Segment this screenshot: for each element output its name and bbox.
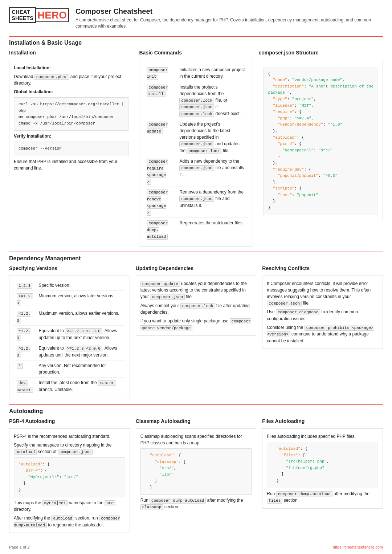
updating-p3: If you want to update only single packag…: [140, 318, 252, 331]
table-row: composerupdate Updates the project's dep…: [144, 119, 248, 156]
psr4-col-title: PSR-4 Autoloading: [9, 418, 130, 425]
cmd-init-desc: Initializes a new composer project in th…: [176, 65, 248, 82]
classmap-card: Classmap autoloading scans specified dir…: [136, 428, 257, 515]
cmd-init: composerinit: [147, 67, 168, 80]
cmd-require-desc: Adds a new dependency to the composer.js…: [176, 156, 248, 187]
conflicts-p3: Consider using the composer prohibits <p…: [267, 324, 378, 344]
code-master: master: [98, 380, 116, 386]
files-code: "autoload": { "files": [ "src/helpers.ph…: [267, 442, 378, 488]
ver-caret: ^1.2.3: [17, 346, 30, 358]
footer-link[interactable]: https://cheatsheetshero.com: [333, 545, 383, 549]
table-row: >=1.2.3 Minimum version, allows later ve…: [14, 291, 125, 308]
code-composer-json2: composer.json: [179, 141, 214, 147]
psr4-p3: This maps the MyProject namespace to the…: [14, 500, 125, 513]
basic-commands-col: Basic Commands composerinit Initializes …: [139, 50, 253, 247]
composer-json-col-title: composer.json Structure: [259, 50, 383, 57]
updating-deps-col-title: Updating Dependencies: [136, 265, 257, 273]
installation-col: Installation Local Installation: Downloa…: [9, 50, 133, 247]
code-composer-diagnose: composer diagnose: [276, 309, 320, 315]
cmd-dump-autoload: composerdump-autoload: [147, 220, 168, 240]
ver-tilde-desc: Equivalent to >=1.2.3 <1.3.0. Allows upd…: [36, 326, 125, 343]
files-p1: Files autoloading includes specified PHP…: [267, 433, 378, 440]
ver-tilde: ~1.2.3: [17, 328, 30, 341]
classmap-col-title: Classmap Autoloading: [136, 418, 257, 425]
logo-cheat: CHEAT: [12, 9, 33, 15]
installation-section-title: Installation & Basic Usage: [9, 36, 383, 46]
code-composer-lock: composer.lock: [179, 98, 214, 103]
specifying-versions-col: Specifying Versions 1.2.3 Specific versi…: [9, 265, 130, 400]
ver-wildcard-desc: Any version. Not recommended for product…: [36, 360, 125, 378]
psr4-p1: PSR-4 is the recommended autoloading sta…: [14, 433, 125, 440]
composer-json-card: { "name": "vendor/package-name", "descri…: [259, 60, 383, 222]
ver-gte-desc: Minimum version, allows later versions.: [36, 291, 125, 308]
code-prohibits: composer prohibits <package><version>: [267, 325, 373, 338]
installation-card: Local Installation: Download composer.ph…: [9, 60, 133, 176]
logo-hero: HERO: [36, 8, 69, 22]
ver-exact-desc: Specific version.: [36, 280, 125, 291]
header-info: Composer Cheatsheet A comprehensive chea…: [75, 7, 383, 29]
page-header: CHEAT SHEETS HERO Composer Cheatsheet A …: [9, 7, 383, 29]
dependency-section-title: Dependency Management: [9, 252, 383, 262]
code-composer-lock4: composer.lock: [180, 303, 215, 309]
table-row: composerinit Initializes a new composer …: [144, 65, 248, 82]
code-composer-json5: composer.json: [150, 294, 185, 300]
logo: CHEAT SHEETS HERO: [9, 7, 69, 23]
ver-gte: >=1.2.3: [17, 293, 33, 306]
ver-lt-desc: Maximum version, allows earlier versions…: [36, 308, 125, 326]
ver-caret-desc: Equivalent to >=1.2.3 <2.0.0. Allows upd…: [36, 343, 125, 360]
updating-p1: composer update updates your dependencie…: [140, 280, 252, 300]
code-composer-json7: composer.json: [58, 449, 93, 455]
code-dump-autoload2: composer dump-autoload: [150, 498, 206, 504]
conflicts-p1: If Composer encounters conflicts, it wil…: [267, 280, 378, 307]
logo-sheets: SHEETS: [12, 15, 33, 21]
cmd-remove-desc: Removes a dependency from the composer.j…: [176, 187, 248, 218]
code-caret-range: >=1.2.3 <2.0.0: [65, 346, 102, 351]
composer-json-col: composer.json Structure { "name": "vendo…: [259, 50, 383, 247]
ver-lt: <1.2.3: [17, 311, 30, 323]
files-card: Files autoloading includes specified PHP…: [262, 428, 383, 509]
installation-columns: Installation Local Installation: Downloa…: [9, 50, 383, 247]
specifying-versions-col-title: Specifying Versions: [9, 265, 130, 273]
basic-commands-col-title: Basic Commands: [139, 50, 253, 57]
table-row: dev-master Install the latest code from …: [14, 378, 125, 395]
psr4-p2: Specify the namespace to directory mappi…: [14, 442, 125, 455]
table-row: composerremove<package> Removes a depend…: [144, 187, 248, 218]
resolving-conflicts-col-title: Resolving Conflicts: [262, 265, 383, 273]
files-col: Files Autoloading Files autoloading incl…: [262, 418, 383, 533]
table-row: * Any version. Not recommended for produ…: [14, 360, 125, 378]
ver-dev: dev-master: [17, 380, 33, 393]
code-composer-json3: composer.json: [179, 165, 214, 171]
updating-deps-col: Updating Dependencies composer update up…: [136, 265, 257, 400]
versions-table: 1.2.3 Specific version. >=1.2.3 Minimum …: [14, 280, 125, 395]
ver-wildcard: *: [17, 363, 23, 369]
psr4-col: PSR-4 Autoloading PSR-4 is the recommend…: [9, 418, 130, 533]
global-install-code: curl -sS https://getcomposer.org/install…: [14, 97, 128, 131]
page-number: Page 1 of 2: [9, 545, 29, 549]
verify-label: Verify Installation:: [14, 134, 51, 139]
autoloading-section-title: Autoloading: [9, 404, 383, 415]
autoloading-columns: PSR-4 Autoloading PSR-4 is the recommend…: [9, 418, 383, 533]
logo-left: CHEAT SHEETS: [9, 7, 36, 23]
code-composer-lock2: composer.lock: [179, 111, 214, 117]
conflicts-p2: Use composer diagnose to identify common…: [267, 309, 378, 322]
commands-table: composerinit Initializes a new composer …: [144, 65, 248, 242]
table-row: ~1.2.3 Equivalent to >=1.2.3 <1.3.0. All…: [14, 326, 125, 343]
table-row: composerdump-autoload Regenerates the au…: [144, 218, 248, 242]
local-install-desc: Download composer.phar and place it in y…: [14, 73, 128, 87]
cmd-install: composerinstall: [147, 85, 168, 97]
verify-text: Ensure that PHP is installed and accessi…: [14, 158, 128, 171]
page-footer: Page 1 of 2 https://cheatsheetshero.com: [9, 542, 383, 549]
cmd-remove: composerremove<package>: [147, 190, 168, 216]
code-classmap: classmap: [140, 504, 163, 510]
global-install-label: Global Installation:: [14, 89, 53, 94]
basic-commands-card: composerinit Initializes a new composer …: [139, 60, 253, 247]
code-autoload2: autoload: [51, 516, 74, 521]
dependency-columns: Specifying Versions 1.2.3 Specific versi…: [9, 265, 383, 400]
resolving-conflicts-col: Resolving Conflicts If Composer encounte…: [262, 265, 383, 400]
psr4-code-block: "autoload": { "psr-4": { "MyProject\\": …: [14, 457, 125, 497]
composer-phar-code: composer.phar: [34, 74, 69, 80]
table-row: ^1.2.3 Equivalent to >=1.2.3 <2.0.0. All…: [14, 343, 125, 360]
composer-json-code: { "name": "vendor/package-name", "descri…: [264, 67, 378, 215]
code-tilde-range: >=1.2.3 <1.3.0: [65, 328, 102, 334]
classmap-p2: Run composer dump-autoload after modifyi…: [140, 497, 252, 510]
